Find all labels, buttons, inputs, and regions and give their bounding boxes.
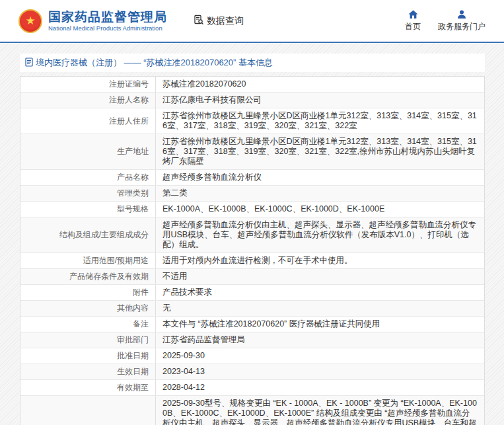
row-value: 第二类	[156, 186, 484, 201]
row-value: 江苏亿康电子科技有限公司	[156, 93, 484, 108]
row-value: 不适用	[156, 269, 484, 284]
site-header: ★ 国家药品监督管理局 National Medical Products Ad…	[0, 0, 504, 42]
main-content: 境内医疗器械（注册） —— “苏械注准20182070620” 基本信息 注册证…	[20, 54, 485, 425]
row-label: 备注	[20, 317, 156, 332]
row-label: 注册人名称	[20, 93, 156, 108]
table-row: 适用范围/预期用途适用于对颅内外血流进行检测，不可在手术中使用。	[20, 253, 484, 269]
agency-name-en: National Medical Products Administration	[48, 24, 167, 32]
table-row: 其他内容无	[20, 301, 484, 317]
row-value: 2023-04-13	[156, 364, 484, 379]
row-value: 超声经颅多普勒血流分析仪	[156, 170, 484, 185]
row-label: 其他内容	[20, 301, 156, 316]
document-icon	[25, 58, 36, 69]
home-icon	[408, 10, 418, 19]
table-row: 生效日期2023-04-13	[20, 364, 484, 380]
nav-home-label: 首页	[405, 21, 421, 32]
row-value: 2025-09-30	[156, 348, 484, 364]
row-label: 附件	[20, 285, 156, 300]
row-label: 适用范围/预期用途	[20, 253, 156, 268]
row-value: 江苏省药品监督管理局	[156, 332, 484, 348]
row-value: 本文件与 “苏械注准20182070620” 医疗器械注册证共同使用	[156, 317, 484, 332]
header-right-nav: 首页 政务服务门户	[405, 10, 486, 32]
breadcrumb: 境内医疗器械（注册） —— “苏械注准20182070620” 基本信息	[20, 54, 485, 72]
row-label: 注册证编号	[20, 77, 156, 92]
nav-data-query-label: 数据查询	[207, 15, 244, 27]
row-label: 产品名称	[20, 170, 156, 185]
nmpa-logo[interactable]: ★ 国家药品监督管理局 National Medical Products Ad…	[18, 9, 167, 33]
registration-info-table: 注册证编号苏械注准20182070620 注册人名称江苏亿康电子科技有限公司 注…	[20, 76, 485, 425]
table-row: 生产地址江苏省徐州市鼓楼区九里峰景小区D区商业楼1单元312室、313室、314…	[20, 134, 484, 170]
row-label: 注册人住所	[20, 108, 156, 134]
row-label: 型号规格	[20, 202, 156, 217]
row-label: 生效日期	[20, 364, 156, 379]
table-row: 有效期至2028-04-12	[20, 380, 484, 396]
row-value: 2028-04-12	[156, 380, 484, 395]
row-label: 有效期至	[20, 380, 156, 395]
table-row: 审批部门江苏省药品监督管理局	[20, 332, 484, 348]
table-row: 注册人住所江苏省徐州市鼓楼区九里峰景小区D区商业楼1单元312室、313室、31…	[20, 108, 484, 134]
row-value: 超声经颅多普勒血流分析仪由主机、超声探头、显示器、超声经颅多普勒血流分析仪专用U…	[156, 217, 484, 252]
table-row: 产品名称超声经颅多普勒血流分析仪	[20, 170, 484, 186]
agency-title-block: 国家药品监督管理局 National Medical Products Admi…	[48, 10, 167, 32]
row-value: EK-1000A、EK-1000B、EK-1000C、EK-1000D、EK-1…	[156, 202, 484, 217]
nav-data-query[interactable]: 数据查询	[194, 15, 244, 28]
table-row: 注册人名称江苏亿康电子科技有限公司	[20, 93, 484, 108]
row-value: 无	[156, 301, 484, 316]
agency-name: 国家药品监督管理局	[48, 10, 167, 24]
breadcrumb-text: 境内医疗器械（注册） —— “苏械注准20182070620” 基本信息	[36, 57, 273, 69]
table-row: 附件产品技术要求	[20, 285, 484, 301]
nav-home[interactable]: 首页	[405, 10, 421, 32]
row-label: 产品储存条件及有效期	[20, 269, 156, 284]
row-label: 结构及组成/主要组成成分	[20, 217, 156, 252]
nav-gov-portal-label: 政务服务门户	[438, 21, 486, 32]
table-row: 管理类别第二类	[20, 186, 484, 202]
row-label: 变更情况	[20, 396, 156, 425]
table-row: 产品储存条件及有效期不适用	[20, 269, 484, 285]
national-emblem-icon: ★	[18, 9, 42, 33]
row-value: 江苏省徐州市鼓楼区九里峰景小区D区商业楼1单元312室、313室、314室、31…	[156, 134, 484, 169]
row-value: 苏械注准20182070620	[156, 77, 484, 92]
table-row: 注册证编号苏械注准20182070620	[20, 77, 484, 93]
row-label: 生产地址	[20, 134, 156, 169]
table-row: 结构及组成/主要组成成分超声经颅多普勒血流分析仪由主机、超声探头、显示器、超声经…	[20, 217, 484, 253]
row-label: 管理类别	[20, 186, 156, 201]
row-value: 江苏省徐州市鼓楼区九里峰景小区D区商业楼1单元312室、313室、314室、31…	[156, 108, 484, 134]
nav-gov-portal[interactable]: 政务服务门户	[438, 10, 486, 32]
row-value: 2025-09-30型号、规格变更由 “EK - 1000A、EK - 1000…	[156, 396, 484, 425]
row-label: 批准日期	[20, 348, 156, 364]
person-icon	[457, 10, 466, 19]
table-row: 批准日期2025-09-30	[20, 348, 484, 364]
table-row: 变更情况2025-09-30型号、规格变更由 “EK - 1000A、EK - …	[20, 396, 484, 425]
table-row: 备注本文件与 “苏械注准20182070620” 医疗器械注册证共同使用	[20, 317, 484, 332]
row-value: 产品技术要求	[156, 285, 484, 300]
document-search-icon	[194, 15, 204, 28]
row-value: 适用于对颅内外血流进行检测，不可在手术中使用。	[156, 253, 484, 268]
row-label: 审批部门	[20, 332, 156, 348]
table-row: 型号规格EK-1000A、EK-1000B、EK-1000C、EK-1000D、…	[20, 202, 484, 217]
